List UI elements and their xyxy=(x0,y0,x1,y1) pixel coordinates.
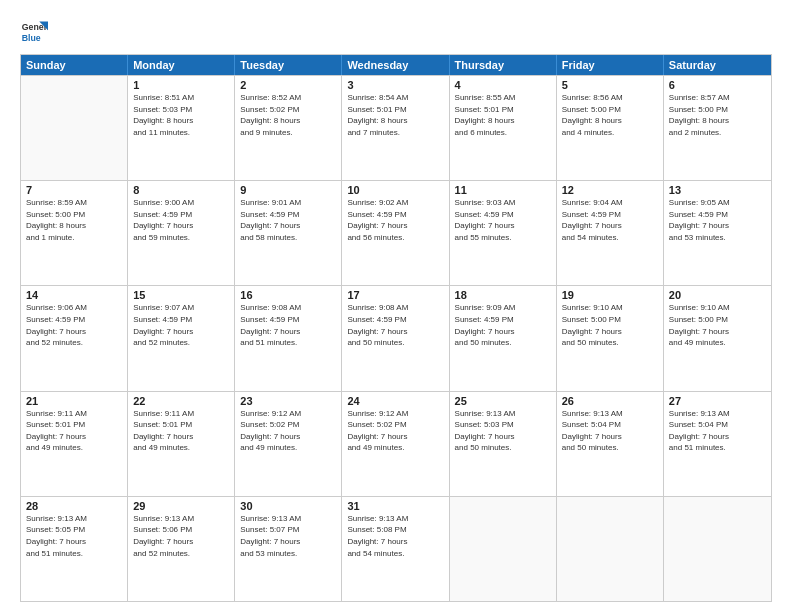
day-number: 11 xyxy=(455,184,551,196)
day-info: Sunrise: 9:12 AMSunset: 5:02 PMDaylight:… xyxy=(240,408,336,454)
day-number: 20 xyxy=(669,289,766,301)
calendar-cell: 13Sunrise: 9:05 AMSunset: 4:59 PMDayligh… xyxy=(664,181,771,285)
calendar-cell: 18Sunrise: 9:09 AMSunset: 4:59 PMDayligh… xyxy=(450,286,557,390)
day-number: 10 xyxy=(347,184,443,196)
day-info: Sunrise: 9:11 AMSunset: 5:01 PMDaylight:… xyxy=(133,408,229,454)
header-cell: Wednesday xyxy=(342,55,449,75)
calendar-cell: 30Sunrise: 9:13 AMSunset: 5:07 PMDayligh… xyxy=(235,497,342,601)
calendar-cell: 14Sunrise: 9:06 AMSunset: 4:59 PMDayligh… xyxy=(21,286,128,390)
day-info: Sunrise: 9:01 AMSunset: 4:59 PMDaylight:… xyxy=(240,197,336,243)
day-number: 29 xyxy=(133,500,229,512)
day-number: 27 xyxy=(669,395,766,407)
day-info: Sunrise: 9:09 AMSunset: 4:59 PMDaylight:… xyxy=(455,302,551,348)
calendar-cell xyxy=(557,497,664,601)
day-number: 4 xyxy=(455,79,551,91)
day-info: Sunrise: 9:03 AMSunset: 4:59 PMDaylight:… xyxy=(455,197,551,243)
day-number: 18 xyxy=(455,289,551,301)
svg-text:Blue: Blue xyxy=(22,33,41,43)
calendar-cell: 25Sunrise: 9:13 AMSunset: 5:03 PMDayligh… xyxy=(450,392,557,496)
day-number: 25 xyxy=(455,395,551,407)
calendar-cell: 28Sunrise: 9:13 AMSunset: 5:05 PMDayligh… xyxy=(21,497,128,601)
day-number: 31 xyxy=(347,500,443,512)
day-number: 28 xyxy=(26,500,122,512)
calendar-cell: 31Sunrise: 9:13 AMSunset: 5:08 PMDayligh… xyxy=(342,497,449,601)
day-number: 23 xyxy=(240,395,336,407)
day-number: 9 xyxy=(240,184,336,196)
day-number: 13 xyxy=(669,184,766,196)
day-number: 5 xyxy=(562,79,658,91)
day-info: Sunrise: 9:08 AMSunset: 4:59 PMDaylight:… xyxy=(240,302,336,348)
calendar-cell: 11Sunrise: 9:03 AMSunset: 4:59 PMDayligh… xyxy=(450,181,557,285)
header-cell: Tuesday xyxy=(235,55,342,75)
day-info: Sunrise: 8:52 AMSunset: 5:02 PMDaylight:… xyxy=(240,92,336,138)
day-info: Sunrise: 9:02 AMSunset: 4:59 PMDaylight:… xyxy=(347,197,443,243)
calendar-row: 7Sunrise: 8:59 AMSunset: 5:00 PMDaylight… xyxy=(21,180,771,285)
day-info: Sunrise: 9:04 AMSunset: 4:59 PMDaylight:… xyxy=(562,197,658,243)
day-info: Sunrise: 9:07 AMSunset: 4:59 PMDaylight:… xyxy=(133,302,229,348)
day-number: 3 xyxy=(347,79,443,91)
calendar-cell: 29Sunrise: 9:13 AMSunset: 5:06 PMDayligh… xyxy=(128,497,235,601)
calendar: SundayMondayTuesdayWednesdayThursdayFrid… xyxy=(20,54,772,602)
calendar-cell: 6Sunrise: 8:57 AMSunset: 5:00 PMDaylight… xyxy=(664,76,771,180)
day-number: 6 xyxy=(669,79,766,91)
calendar-cell: 2Sunrise: 8:52 AMSunset: 5:02 PMDaylight… xyxy=(235,76,342,180)
day-info: Sunrise: 9:13 AMSunset: 5:06 PMDaylight:… xyxy=(133,513,229,559)
calendar-cell: 24Sunrise: 9:12 AMSunset: 5:02 PMDayligh… xyxy=(342,392,449,496)
calendar-cell: 17Sunrise: 9:08 AMSunset: 4:59 PMDayligh… xyxy=(342,286,449,390)
day-number: 30 xyxy=(240,500,336,512)
calendar-cell xyxy=(21,76,128,180)
header-cell: Monday xyxy=(128,55,235,75)
calendar-row: 1Sunrise: 8:51 AMSunset: 5:03 PMDaylight… xyxy=(21,75,771,180)
day-number: 2 xyxy=(240,79,336,91)
calendar-row: 21Sunrise: 9:11 AMSunset: 5:01 PMDayligh… xyxy=(21,391,771,496)
logo: General Blue xyxy=(20,18,48,46)
day-info: Sunrise: 9:13 AMSunset: 5:07 PMDaylight:… xyxy=(240,513,336,559)
calendar-row: 14Sunrise: 9:06 AMSunset: 4:59 PMDayligh… xyxy=(21,285,771,390)
day-info: Sunrise: 8:56 AMSunset: 5:00 PMDaylight:… xyxy=(562,92,658,138)
day-number: 1 xyxy=(133,79,229,91)
day-info: Sunrise: 8:59 AMSunset: 5:00 PMDaylight:… xyxy=(26,197,122,243)
calendar-cell: 15Sunrise: 9:07 AMSunset: 4:59 PMDayligh… xyxy=(128,286,235,390)
header-cell: Friday xyxy=(557,55,664,75)
calendar-cell: 26Sunrise: 9:13 AMSunset: 5:04 PMDayligh… xyxy=(557,392,664,496)
day-number: 12 xyxy=(562,184,658,196)
calendar-cell: 19Sunrise: 9:10 AMSunset: 5:00 PMDayligh… xyxy=(557,286,664,390)
calendar-cell: 22Sunrise: 9:11 AMSunset: 5:01 PMDayligh… xyxy=(128,392,235,496)
day-number: 7 xyxy=(26,184,122,196)
header-cell: Thursday xyxy=(450,55,557,75)
day-info: Sunrise: 9:13 AMSunset: 5:08 PMDaylight:… xyxy=(347,513,443,559)
header-cell: Saturday xyxy=(664,55,771,75)
day-info: Sunrise: 9:10 AMSunset: 5:00 PMDaylight:… xyxy=(562,302,658,348)
day-number: 24 xyxy=(347,395,443,407)
day-info: Sunrise: 8:54 AMSunset: 5:01 PMDaylight:… xyxy=(347,92,443,138)
day-number: 16 xyxy=(240,289,336,301)
calendar-header: SundayMondayTuesdayWednesdayThursdayFrid… xyxy=(21,55,771,75)
day-number: 19 xyxy=(562,289,658,301)
day-info: Sunrise: 9:13 AMSunset: 5:04 PMDaylight:… xyxy=(562,408,658,454)
calendar-cell: 12Sunrise: 9:04 AMSunset: 4:59 PMDayligh… xyxy=(557,181,664,285)
calendar-row: 28Sunrise: 9:13 AMSunset: 5:05 PMDayligh… xyxy=(21,496,771,601)
day-number: 26 xyxy=(562,395,658,407)
calendar-cell: 10Sunrise: 9:02 AMSunset: 4:59 PMDayligh… xyxy=(342,181,449,285)
day-info: Sunrise: 9:12 AMSunset: 5:02 PMDaylight:… xyxy=(347,408,443,454)
day-number: 22 xyxy=(133,395,229,407)
day-number: 21 xyxy=(26,395,122,407)
calendar-cell: 27Sunrise: 9:13 AMSunset: 5:04 PMDayligh… xyxy=(664,392,771,496)
day-info: Sunrise: 8:57 AMSunset: 5:00 PMDaylight:… xyxy=(669,92,766,138)
calendar-cell: 7Sunrise: 8:59 AMSunset: 5:00 PMDaylight… xyxy=(21,181,128,285)
day-info: Sunrise: 9:13 AMSunset: 5:04 PMDaylight:… xyxy=(669,408,766,454)
calendar-cell: 4Sunrise: 8:55 AMSunset: 5:01 PMDaylight… xyxy=(450,76,557,180)
calendar-cell: 20Sunrise: 9:10 AMSunset: 5:00 PMDayligh… xyxy=(664,286,771,390)
day-info: Sunrise: 8:51 AMSunset: 5:03 PMDaylight:… xyxy=(133,92,229,138)
calendar-cell: 8Sunrise: 9:00 AMSunset: 4:59 PMDaylight… xyxy=(128,181,235,285)
calendar-cell: 1Sunrise: 8:51 AMSunset: 5:03 PMDaylight… xyxy=(128,76,235,180)
day-info: Sunrise: 8:55 AMSunset: 5:01 PMDaylight:… xyxy=(455,92,551,138)
calendar-cell xyxy=(450,497,557,601)
calendar-cell: 3Sunrise: 8:54 AMSunset: 5:01 PMDaylight… xyxy=(342,76,449,180)
day-info: Sunrise: 9:06 AMSunset: 4:59 PMDaylight:… xyxy=(26,302,122,348)
day-info: Sunrise: 9:11 AMSunset: 5:01 PMDaylight:… xyxy=(26,408,122,454)
calendar-cell: 9Sunrise: 9:01 AMSunset: 4:59 PMDaylight… xyxy=(235,181,342,285)
day-info: Sunrise: 9:13 AMSunset: 5:03 PMDaylight:… xyxy=(455,408,551,454)
calendar-cell: 16Sunrise: 9:08 AMSunset: 4:59 PMDayligh… xyxy=(235,286,342,390)
day-info: Sunrise: 9:10 AMSunset: 5:00 PMDaylight:… xyxy=(669,302,766,348)
